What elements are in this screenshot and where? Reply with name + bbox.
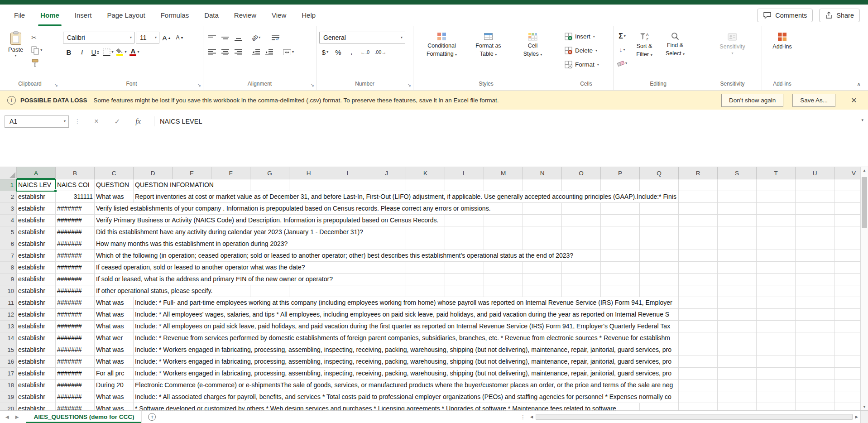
cell-D18[interactable]: Electronic Commerce (e-commerce) or e-sh… <box>135 380 675 391</box>
column-header-I[interactable]: I <box>328 167 367 179</box>
row-header-8[interactable]: 8 <box>0 262 17 273</box>
top-align-button[interactable] <box>206 32 218 43</box>
fill-button[interactable]: ↓▾ <box>616 44 628 56</box>
insert-cells-button[interactable]: Insert ▾ <box>562 29 610 43</box>
number-dialog-launcher[interactable]: ↘ <box>408 83 411 87</box>
column-header-O[interactable]: O <box>562 167 601 179</box>
addins-button[interactable]: Add-ins <box>767 29 798 80</box>
column-header-F[interactable]: F <box>211 167 250 179</box>
cell-A19[interactable]: establishr <box>17 391 56 403</box>
cell-A5[interactable]: establishr <box>17 226 56 238</box>
column-header-N[interactable]: N <box>523 167 562 179</box>
cell-B4[interactable]: ####### <box>56 215 95 226</box>
cell-C18[interactable]: During 20 <box>95 380 134 391</box>
cell-C11[interactable]: What was <box>95 297 134 308</box>
merge-center-button[interactable]: ▾ <box>283 46 294 58</box>
paste-button[interactable]: Paste ▾ <box>5 29 27 80</box>
middle-align-button[interactable] <box>219 32 231 43</box>
increase-font-size-button[interactable]: A▲ <box>161 32 173 43</box>
cell-D11[interactable]: Include: * Full- and part-time employees… <box>135 297 674 308</box>
row-header-18[interactable]: 18 <box>0 380 17 391</box>
delete-cells-button[interactable]: Delete ▾ <box>562 43 610 58</box>
collapse-formula-bar-icon[interactable]: ▾ <box>861 118 863 122</box>
cell-C16[interactable]: What was <box>95 356 134 367</box>
cell-D16[interactable]: Include: * Workers engaged in fabricatin… <box>135 356 673 367</box>
cell-B18[interactable]: ####### <box>56 380 95 391</box>
row-header-3[interactable]: 3 <box>0 203 17 214</box>
cell-B9[interactable]: ####### <box>56 274 95 285</box>
cell-C9[interactable]: If sold or leased, what is the address a… <box>96 274 335 285</box>
row-header-20[interactable]: 20 <box>0 403 17 410</box>
row-header-17[interactable]: 17 <box>0 368 17 379</box>
clipboard-dialog-launcher[interactable]: ↘ <box>54 83 58 87</box>
row-header-4[interactable]: 4 <box>0 215 17 226</box>
cell-D2[interactable]: Report inventories at cost or market val… <box>135 191 678 202</box>
enter-entry-button[interactable]: ✓ <box>107 117 128 126</box>
row-header-19[interactable]: 19 <box>0 391 17 403</box>
conditional-formatting-button[interactable]: Conditional Formatting ▾ <box>419 29 465 80</box>
decrease-decimal-button[interactable]: .00→ <box>373 46 388 58</box>
cell-A4[interactable]: establishr <box>17 215 56 226</box>
row-header-1[interactable]: 1 <box>0 179 17 191</box>
formula-bar-splitter[interactable]: ⋮ <box>74 118 81 125</box>
cell-A2[interactable]: establishr <box>17 191 56 202</box>
cell-B13[interactable]: ####### <box>56 321 95 332</box>
cell-C1[interactable]: QUESTION <box>95 179 134 191</box>
row-header-9[interactable]: 9 <box>0 274 17 285</box>
cell-A20[interactable]: establishr <box>17 403 56 410</box>
cell-C19[interactable]: What was <box>95 391 134 403</box>
column-header-M[interactable]: M <box>484 167 523 179</box>
align-center-button[interactable] <box>219 46 231 58</box>
cell-A18[interactable]: establishr <box>17 380 56 391</box>
cell-C10[interactable]: If other operational status, please spec… <box>96 285 214 297</box>
cell-A10[interactable]: establishr <box>17 285 56 297</box>
cell-C13[interactable]: What was <box>95 321 134 332</box>
row-header-13[interactable]: 13 <box>0 321 17 332</box>
format-cells-button[interactable]: Format ▾ <box>562 58 610 72</box>
tab-home[interactable]: Home <box>33 5 67 26</box>
decrease-indent-button[interactable] <box>250 46 262 58</box>
scroll-right-icon[interactable]: ▶ <box>855 415 858 419</box>
copy-button[interactable]: ▾ <box>31 46 42 55</box>
increase-decimal-button[interactable]: ←.0 <box>359 46 371 58</box>
cell-C4[interactable]: Verify Primary Business or Activity (NAI… <box>96 215 440 226</box>
scroll-up-icon[interactable]: ▲ <box>861 168 868 173</box>
cell-A12[interactable]: establishr <box>17 309 56 320</box>
comma-style-button[interactable]: , <box>345 46 357 58</box>
formula-bar-content[interactable]: NAICS LEVEL <box>160 118 202 125</box>
cell-A16[interactable]: establishr <box>17 356 56 367</box>
previous-sheet-icon[interactable]: ◀ <box>5 414 9 419</box>
font-size-combo[interactable]: 11 ▾ <box>136 32 159 43</box>
cell-B11[interactable]: ####### <box>56 297 95 308</box>
cell-A13[interactable]: establishr <box>17 321 56 332</box>
tab-help[interactable]: Help <box>294 5 323 26</box>
column-header-U[interactable]: U <box>796 167 834 179</box>
cell-C12[interactable]: What was <box>95 309 134 320</box>
insert-function-button[interactable]: fx <box>128 117 149 125</box>
row-header-6[interactable]: 6 <box>0 238 17 250</box>
increase-indent-button[interactable] <box>263 46 275 58</box>
new-sheet-button[interactable]: + <box>148 413 156 421</box>
tab-page-layout[interactable]: Page Layout <box>99 5 153 26</box>
vertical-scrollbar[interactable]: ▲ ▼ <box>860 167 868 410</box>
underline-button[interactable]: U▾ <box>89 46 101 58</box>
bottom-align-button[interactable] <box>232 32 244 43</box>
cell-B17[interactable]: ####### <box>56 368 95 379</box>
cell-B8[interactable]: ####### <box>56 262 95 273</box>
column-header-A[interactable]: A <box>17 167 56 179</box>
cell-D13[interactable]: Include: * All employees on paid sick le… <box>135 321 672 332</box>
cut-button[interactable]: ✂ <box>31 33 42 42</box>
cell-B19[interactable]: ####### <box>56 391 95 403</box>
accounting-format-button[interactable]: $▾ <box>319 46 331 58</box>
cell-C6[interactable]: How many months was this establishment i… <box>96 238 289 250</box>
find-select-button[interactable]: Find & Select ▾ <box>661 29 690 80</box>
format-as-table-button[interactable]: Format as Table ▾ <box>466 29 511 80</box>
column-header-L[interactable]: L <box>445 167 484 179</box>
dont-show-again-button[interactable]: Don't show again <box>721 94 783 107</box>
cell-C5[interactable]: Did this establishment have any activity… <box>96 226 365 238</box>
cell-A1[interactable]: NAICS LEV <box>17 179 56 191</box>
align-left-button[interactable] <box>206 46 218 58</box>
column-header-B[interactable]: B <box>56 167 95 179</box>
column-header-T[interactable]: T <box>757 167 796 179</box>
cell-A3[interactable]: establishr <box>17 203 56 214</box>
